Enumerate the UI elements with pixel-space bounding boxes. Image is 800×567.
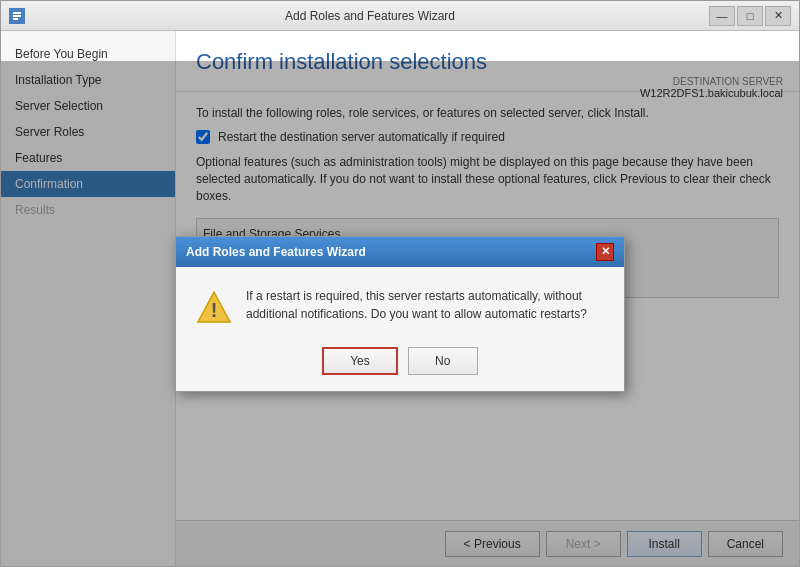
window-controls: — □ ✕ (709, 6, 791, 26)
modal-message: If a restart is required, this server re… (246, 287, 604, 323)
modal-title-bar: Add Roles and Features Wizard ✕ (176, 237, 624, 267)
main-window: Add Roles and Features Wizard — □ ✕ Befo… (0, 0, 800, 567)
maximize-button[interactable]: □ (737, 6, 763, 26)
title-bar: Add Roles and Features Wizard — □ ✕ (1, 1, 799, 31)
modal-close-button[interactable]: ✕ (596, 243, 614, 261)
svg-rect-2 (13, 15, 21, 17)
close-button[interactable]: ✕ (765, 6, 791, 26)
svg-text:!: ! (211, 299, 218, 321)
content-area: Before You Begin Installation Type Serve… (1, 31, 799, 566)
modal-yes-button[interactable]: Yes (322, 347, 398, 375)
modal-footer: Yes No (176, 339, 624, 391)
modal-title: Add Roles and Features Wizard (186, 245, 366, 259)
svg-rect-1 (13, 12, 21, 14)
modal-no-button[interactable]: No (408, 347, 478, 375)
app-icon (9, 8, 25, 24)
minimize-button[interactable]: — (709, 6, 735, 26)
warning-icon: ! (196, 289, 232, 325)
modal-body: ! If a restart is required, this server … (176, 267, 624, 339)
confirmation-dialog: Add Roles and Features Wizard ✕ ! If a r… (175, 236, 625, 392)
window-title: Add Roles and Features Wizard (31, 9, 709, 23)
svg-rect-3 (13, 18, 18, 20)
modal-overlay: Add Roles and Features Wizard ✕ ! If a r… (1, 61, 799, 566)
